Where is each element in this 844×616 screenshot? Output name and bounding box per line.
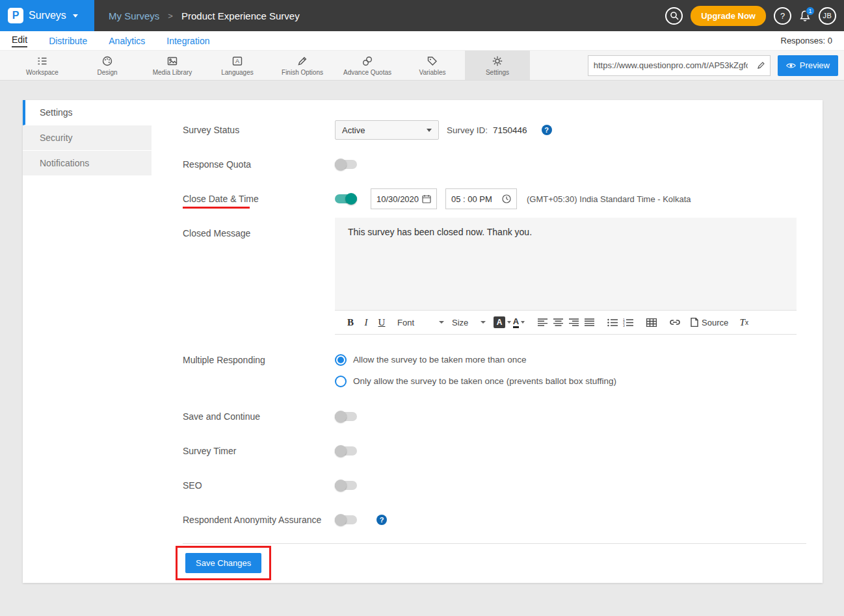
close-date-time-toggle[interactable] [335, 194, 357, 203]
upgrade-now-button[interactable]: Upgrade Now [691, 6, 766, 26]
toolbar-item-variables[interactable]: Variables [400, 51, 465, 80]
sidebar-item-settings[interactable]: Settings [23, 100, 152, 125]
closed-message-row: Closed Message This survey has been clos… [183, 218, 806, 335]
gear-icon [492, 55, 503, 67]
tab-distribute[interactable]: Distribute [49, 36, 87, 46]
save-row: Save Changes [183, 546, 806, 580]
closed-message-editor: This survey has been closed now. Thank y… [335, 218, 797, 335]
chevron-down-icon [427, 129, 432, 132]
align-left-icon [538, 318, 547, 326]
survey-id-label: Survey ID: [447, 125, 488, 135]
close-date-input[interactable]: 10/30/2020 [371, 188, 437, 209]
question-mark-icon: ? [780, 11, 785, 21]
tab-integration[interactable]: Integration [166, 36, 209, 46]
source-icon [691, 318, 698, 327]
bold-button[interactable]: B [343, 314, 358, 331]
toolbar-item-advance-quotas[interactable]: Advance Quotas [335, 51, 400, 80]
seo-toggle[interactable] [335, 481, 357, 490]
size-dropdown[interactable]: Size [452, 314, 486, 331]
toolbar-item-workspace[interactable]: Workspace [10, 51, 75, 80]
annotation-red-box: Save Changes [176, 546, 271, 580]
avatar[interactable]: JB [819, 7, 836, 25]
pen-icon [297, 55, 308, 67]
align-justify-button[interactable] [581, 314, 597, 331]
radio-unselected-icon [335, 376, 347, 387]
preview-button[interactable]: Preview [778, 55, 838, 76]
toolbar-item-languages[interactable]: A Languages [205, 51, 270, 80]
toolbar-item-media-library[interactable]: Media Library [140, 51, 205, 80]
top-bar: P Surveys My Surveys > Product Experienc… [0, 0, 844, 31]
survey-status-select[interactable]: Active [335, 120, 439, 140]
align-left-button[interactable] [534, 314, 550, 331]
radio-selected-icon [335, 354, 347, 366]
tab-analytics[interactable]: Analytics [109, 36, 145, 46]
survey-timer-label: Survey Timer [183, 446, 335, 456]
closed-message-textarea[interactable]: This survey has been closed now. Thank y… [335, 218, 797, 310]
close-date-time-row: Close Date & Time 10/30/2020 05 : 00 PM … [183, 183, 806, 214]
insert-table-button[interactable] [644, 314, 659, 331]
toggle-knob [335, 411, 347, 422]
notification-badge: 1 [806, 6, 815, 16]
chevron-down-icon [73, 14, 78, 18]
response-quota-label: Response Quota [183, 159, 335, 170]
form-divider [183, 543, 806, 544]
pencil-icon [757, 61, 765, 70]
toolbar-item-settings[interactable]: Settings [465, 51, 530, 80]
toggle-knob [345, 193, 357, 205]
save-changes-button[interactable]: Save Changes [185, 553, 261, 573]
anonymity-help-icon[interactable]: ? [376, 515, 387, 525]
background-color-button[interactable]: A [494, 314, 511, 331]
survey-status-row: Survey Status Active Survey ID: 7150446 … [183, 114, 806, 146]
search-button[interactable] [665, 7, 683, 25]
multiple-responding-options: Allow the survey to be taken more than o… [335, 349, 616, 392]
app-logo[interactable]: P Surveys [0, 0, 94, 31]
survey-id-help-icon[interactable]: ? [542, 125, 552, 135]
source-button[interactable]: Source [691, 314, 728, 331]
topbar-actions: Upgrade Now ? 1 JB [665, 6, 844, 26]
numbered-list-button[interactable]: 123 [620, 314, 636, 331]
workspace-icon [36, 55, 48, 67]
remove-format-button[interactable]: Tx [736, 314, 752, 331]
sidebar-item-security[interactable]: Security [23, 125, 152, 151]
align-right-button[interactable] [566, 314, 581, 331]
response-quota-toggle[interactable] [335, 160, 357, 169]
breadcrumb-my-surveys[interactable]: My Surveys [109, 10, 159, 21]
close-date-time-label: Close Date & Time [183, 194, 335, 204]
toggle-knob [335, 480, 347, 491]
text-color-button[interactable]: A [511, 314, 527, 331]
sidebar-item-notifications[interactable]: Notifications [23, 151, 152, 176]
align-center-icon [553, 318, 563, 326]
toolbar-right: Preview [588, 51, 844, 80]
annotation-red-underline [183, 207, 250, 209]
save-and-continue-toggle[interactable] [335, 412, 357, 421]
font-dropdown[interactable]: Font [397, 314, 444, 331]
notifications-button[interactable]: 1 [799, 10, 811, 22]
product-name: Surveys [29, 10, 66, 21]
eye-icon [786, 62, 796, 69]
survey-timer-toggle[interactable] [335, 446, 357, 456]
toggle-knob [335, 445, 347, 457]
insert-link-button[interactable] [667, 314, 683, 331]
toolbar-item-design[interactable]: Design [75, 51, 140, 80]
underline-button[interactable]: U [374, 314, 389, 331]
multiple-responding-label: Multiple Responding [183, 349, 335, 392]
toggle-knob [335, 514, 347, 526]
settings-form: Survey Status Active Survey ID: 7150446 … [152, 100, 823, 583]
edit-url-button[interactable] [753, 61, 770, 70]
radio-option-multiple[interactable]: Allow the survey to be taken more than o… [335, 349, 616, 370]
align-right-icon [569, 318, 579, 326]
bullet-list-button[interactable] [605, 314, 620, 331]
italic-button[interactable]: I [358, 314, 374, 331]
close-time-input[interactable]: 05 : 00 PM [445, 188, 517, 209]
anonymity-row: Respondent Anonymity Assurance ? [183, 504, 806, 535]
anonymity-toggle[interactable] [335, 515, 357, 524]
toolbar-item-finish-options[interactable]: Finish Options [270, 51, 335, 80]
tab-edit[interactable]: Edit [12, 34, 27, 47]
align-center-button[interactable] [550, 314, 566, 331]
help-button[interactable]: ? [774, 7, 791, 25]
anonymity-label: Respondent Anonymity Assurance [183, 515, 335, 525]
radio-option-once[interactable]: Only allow the survey to be taken once (… [335, 370, 616, 392]
palette-icon [101, 55, 113, 67]
survey-url-input[interactable] [588, 60, 753, 70]
seo-row: SEO [183, 470, 806, 501]
